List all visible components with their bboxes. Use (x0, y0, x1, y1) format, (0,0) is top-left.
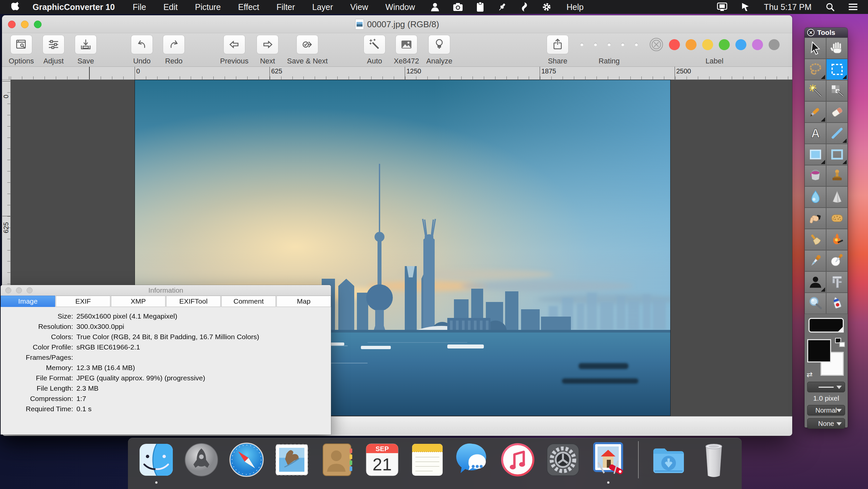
label-color-dot[interactable] (752, 39, 763, 50)
adjust-button[interactable]: Adjust (42, 35, 64, 65)
notification-center-icon[interactable] (841, 3, 868, 11)
color-applicator-tool-icon[interactable] (826, 250, 848, 271)
water-drop-tool-icon[interactable] (805, 186, 826, 208)
label-control[interactable]: Label (649, 35, 780, 65)
label-color-dot[interactable] (769, 39, 780, 50)
paint-bucket-tool-icon[interactable] (805, 165, 826, 186)
rating-control[interactable]: Rating (580, 35, 638, 65)
dock-contacts-icon[interactable] (318, 441, 355, 478)
dock-messages-icon[interactable] (454, 441, 491, 478)
tools-palette-header[interactable]: ✕ Tools (805, 28, 848, 37)
xe8472-button[interactable]: Xe8472 (394, 35, 419, 65)
close-button[interactable] (5, 287, 11, 293)
menu-app-name[interactable]: GraphicConverter 10 (23, 0, 124, 14)
tab-comment[interactable]: Comment (221, 296, 276, 307)
magic-wand-tool-icon[interactable] (805, 80, 826, 101)
dock-system-preferences-icon[interactable] (544, 441, 582, 478)
blend-mode-dropdown[interactable]: Normal (807, 405, 845, 416)
gear-menu-icon[interactable] (535, 2, 558, 12)
undo-button[interactable]: Undo (131, 35, 153, 65)
display-status-icon[interactable] (710, 2, 734, 12)
stamp-tool-icon[interactable] (826, 165, 848, 186)
menu-view[interactable]: View (342, 0, 377, 14)
information-titlebar[interactable]: Information (1, 285, 331, 296)
dock-trash-icon[interactable] (695, 441, 733, 478)
menu-picture[interactable]: Picture (186, 0, 229, 14)
marquee-tool-icon[interactable] (826, 59, 848, 80)
menu-filter[interactable]: Filter (268, 0, 304, 14)
tab-image[interactable]: Image (1, 296, 55, 307)
burn-tool-icon[interactable] (826, 229, 848, 250)
text-tool-icon[interactable]: A (805, 123, 826, 144)
next-button[interactable]: Next (256, 35, 278, 65)
save-button[interactable]: Save (75, 35, 97, 65)
spotlight-icon[interactable] (819, 2, 841, 12)
tab-map[interactable]: Map (277, 296, 331, 307)
tools-palette[interactable]: ✕ Tools A ⇄ 1.0 pixel Normal None (805, 28, 848, 428)
paintbrush-tool-icon[interactable] (805, 101, 826, 123)
clipboard-menu-icon[interactable] (470, 2, 491, 12)
label-color-dot[interactable] (702, 39, 713, 50)
tab-exiftool[interactable]: EXIFTool (166, 296, 221, 307)
menu-file[interactable]: File (124, 0, 155, 14)
hand-tool-icon[interactable] (826, 37, 848, 59)
window-titlebar[interactable]: 00007.jpg (RGB/8) (2, 15, 792, 33)
dock-launchpad-icon[interactable] (183, 441, 220, 478)
dock-notes-icon[interactable] (409, 441, 446, 478)
zoom-button[interactable] (27, 287, 33, 293)
tag-menu-icon[interactable] (514, 2, 535, 12)
information-window[interactable]: Information ImageEXIFXMPEXIFToolCommentM… (1, 285, 331, 434)
glue-tool-icon[interactable] (826, 293, 848, 314)
save-next-button[interactable]: Save & Next (287, 35, 328, 65)
redo-button[interactable]: Redo (163, 35, 185, 65)
menu-help[interactable]: Help (558, 0, 592, 14)
dock-downloads-icon[interactable] (650, 441, 687, 478)
camera-menu-icon[interactable] (446, 3, 470, 11)
label-color-dot[interactable] (669, 39, 680, 50)
share-button[interactable]: Share (547, 35, 568, 65)
line-width-dropdown[interactable] (807, 382, 845, 392)
rectangle-tool-icon[interactable] (826, 144, 848, 165)
auto-button[interactable]: Auto (364, 35, 385, 65)
pattern-dropdown[interactable]: None (807, 418, 845, 429)
sponge-tool-icon[interactable] (826, 208, 848, 229)
dock-safari-icon[interactable] (228, 441, 265, 478)
previous-button[interactable]: Previous (220, 35, 249, 65)
transparency-wand-tool-icon[interactable] (826, 80, 848, 101)
magnifier-tool-icon[interactable] (805, 293, 826, 314)
clear-label-icon[interactable] (649, 37, 663, 52)
menubar-clock[interactable]: Thu 5:17 PM (757, 2, 819, 12)
dock-finder-icon[interactable] (137, 441, 175, 478)
eyedropper-tool-icon[interactable] (805, 250, 826, 271)
menu-layer[interactable]: Layer (304, 0, 342, 14)
dock-graphicconverter-icon[interactable] (590, 441, 627, 478)
tab-exif[interactable]: EXIF (56, 296, 110, 307)
minimize-button[interactable] (16, 287, 22, 293)
move-tool-icon[interactable] (805, 37, 826, 59)
apple-menu-icon[interactable] (0, 2, 23, 12)
pointer-status-icon[interactable] (734, 2, 757, 12)
pin-menu-icon[interactable] (491, 2, 514, 12)
label-color-dot[interactable] (735, 39, 746, 50)
label-color-dot[interactable] (719, 39, 730, 50)
options-button[interactable]: Options (9, 35, 34, 65)
silhouette-tool-icon[interactable] (805, 271, 826, 293)
line-tool-icon[interactable] (826, 123, 848, 144)
sharpen-cone-tool-icon[interactable] (826, 186, 848, 208)
caliper-tool-icon[interactable] (826, 271, 848, 293)
menu-window[interactable]: Window (377, 0, 424, 14)
menu-effect[interactable]: Effect (229, 0, 268, 14)
chalk-brush-tool-icon[interactable] (805, 229, 826, 250)
smudge-finger-tool-icon[interactable] (805, 208, 826, 229)
default-colors-icon[interactable] (835, 338, 845, 347)
filled-rectangle-tool-icon[interactable] (805, 144, 826, 165)
dock-mail-icon[interactable] (273, 441, 310, 478)
swap-colors-icon[interactable]: ⇄ (807, 370, 812, 379)
tab-xmp[interactable]: XMP (111, 296, 165, 307)
foreground-color-swatch[interactable] (807, 339, 831, 362)
label-color-dot[interactable] (686, 39, 696, 50)
user-menu-icon[interactable] (424, 2, 446, 12)
stroke-preview-swatch[interactable] (808, 318, 844, 332)
dock-calendar-icon[interactable]: SEP21 (364, 441, 401, 478)
analyze-button[interactable]: Analyze (426, 35, 452, 65)
